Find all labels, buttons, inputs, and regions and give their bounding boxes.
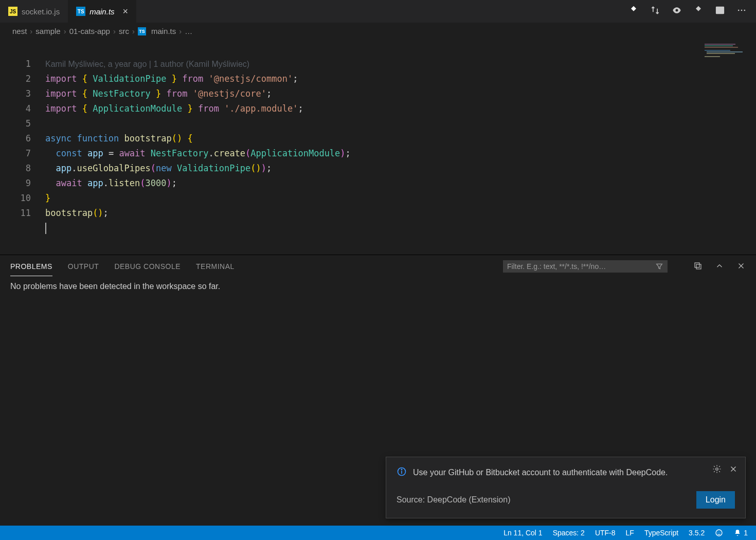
svg-point-2 [738,10,740,11]
status-eol[interactable]: LF [626,529,634,537]
svg-rect-9 [707,51,743,52]
close-panel-icon[interactable] [736,261,746,272]
tab-label: socket.io.js [22,7,60,16]
notification-count: 1 [744,529,748,537]
status-notifications-icon[interactable]: 1 [733,529,748,537]
breadcrumb-file[interactable]: main.ts [151,27,176,35]
status-ts-version[interactable]: 3.5.2 [689,529,705,537]
svg-rect-6 [705,45,733,46]
js-file-icon: JS [8,7,17,16]
panel-tab-problems[interactable]: PROBLEMS [10,257,52,276]
minimap[interactable] [705,44,754,58]
code-editor[interactable]: 1 2 3 4 5 6 7 8 9 10 11 Kamil Myśliwiec,… [0,40,756,255]
ts-file-icon: TS [138,27,146,35]
tab-main-ts[interactable]: TS main.ts × [68,0,136,23]
svg-point-24 [720,532,721,532]
breadcrumb-part[interactable]: src [119,27,129,35]
svg-rect-12 [695,263,699,267]
source-control-diamond-icon-2[interactable] [693,5,704,17]
compare-changes-icon[interactable] [650,5,660,17]
tab-socketio[interactable]: JS socket.io.js [0,0,68,23]
svg-rect-5 [705,44,735,45]
editor-toolbar [619,5,756,17]
svg-rect-11 [705,56,720,57]
breadcrumb-part[interactable]: sample [35,27,60,35]
status-cursor-position[interactable]: Ln 11, Col 1 [503,529,543,537]
svg-point-19 [716,468,718,471]
close-tab-icon[interactable]: × [123,6,129,17]
breadcrumb-part[interactable]: nest [12,27,27,35]
status-feedback-icon[interactable] [715,529,723,537]
more-actions-icon[interactable] [736,5,747,17]
source-control-diamond-icon[interactable] [628,5,639,17]
svg-point-3 [741,10,743,11]
editor-tabs: JS socket.io.js TS main.ts × [0,0,756,23]
login-button[interactable]: Login [696,491,735,509]
svg-rect-10 [707,53,735,54]
panel-tab-debug[interactable]: DEBUG CONSOLE [114,257,181,276]
collapse-all-icon[interactable] [693,261,703,272]
status-indentation[interactable]: Spaces: 2 [553,529,585,537]
panel-tab-output[interactable]: OUTPUT [68,257,99,276]
notification-source: Source: DeepCode (Extension) [397,495,510,505]
problems-message: No problems have been detected in the wo… [0,278,756,295]
svg-point-23 [718,532,718,532]
status-bar: Ln 11, Col 1 Spaces: 2 UTF-8 LF TypeScri… [0,526,756,540]
git-blame-annotation: Kamil Myśliwiec, a year ago | 1 author (… [45,60,249,68]
close-notification-icon[interactable] [729,464,738,476]
chevron-up-icon[interactable] [715,261,724,272]
breadcrumb-ellipsis[interactable]: … [185,27,192,35]
panel-tab-terminal[interactable]: TERMINAL [196,257,235,276]
info-icon [397,466,407,479]
tab-label: main.ts [89,7,114,16]
gutter: 1 2 3 4 5 6 7 8 9 10 11 [0,42,45,250]
breadcrumb[interactable]: nest› sample› 01-cats-app› src› TS main.… [0,23,756,40]
gear-icon[interactable] [712,464,722,476]
notification-message: Use your GitHub or Bitbucket account to … [413,466,735,479]
filter-placeholder: Filter. E.g.: text, **/*.ts, !**/no… [507,262,652,271]
split-editor-icon[interactable] [715,5,725,17]
status-encoding[interactable]: UTF-8 [595,529,616,537]
svg-point-18 [401,469,402,470]
breadcrumb-part[interactable]: 01-cats-app [69,27,110,35]
svg-rect-8 [705,50,730,51]
filter-icon[interactable] [655,262,663,271]
status-language[interactable]: TypeScript [644,529,678,537]
svg-rect-7 [705,47,738,48]
ts-file-icon: TS [76,7,85,16]
problems-filter-input[interactable]: Filter. E.g.: text, **/*.ts, !**/no… [503,260,668,273]
svg-point-22 [716,530,722,536]
code-content[interactable]: Kamil Myśliwiec, a year ago | 1 author (… [45,42,756,250]
eye-icon[interactable] [672,5,682,17]
svg-rect-13 [696,264,701,269]
svg-point-4 [744,10,746,11]
notification-toast: Use your GitHub or Bitbucket account to … [386,457,746,518]
text-cursor [45,223,46,234]
